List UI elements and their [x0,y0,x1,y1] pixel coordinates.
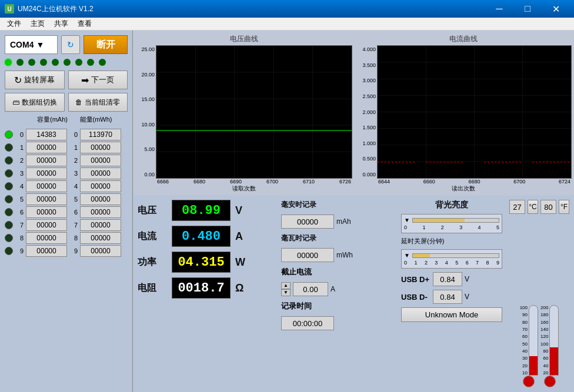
measure-panel: 电压 08.99 V 电流 0.480 A 功率 [135,197,276,390]
menu-share[interactable]: 共享 [49,18,73,30]
current-chart-area [377,45,572,179]
resistance-unit: Ω [235,282,243,294]
dropdown-icon: ▼ [36,40,44,49]
com-port-select[interactable]: COM4 ▼ [5,35,58,54]
menu-file[interactable]: 文件 [2,18,26,30]
thermometers: 100 90 80 70 60 50 40 30 20 10 [509,216,569,387]
energy-input-6[interactable] [80,206,121,218]
menu-home[interactable]: 主页 [26,18,49,30]
left-panel: COM4 ▼ ↻ 断开 ↻ 旋转屏幕 ➡ 下一页 [0,31,133,392]
cap-input-5[interactable] [26,193,67,205]
energy-input-7[interactable] [80,219,121,231]
power-value: 04.315 [178,255,224,270]
unknown-mode-button[interactable]: Unknown Mode [401,307,502,322]
usb-dm-value: 0.84 [433,290,462,304]
data-row: 9 9 [5,245,128,257]
cutoff-down-button[interactable]: ▼ [281,289,291,296]
cutoff-up-button[interactable]: ▲ [281,282,291,289]
next-page-button[interactable]: ➡ 下一页 [68,71,128,89]
voltage-display: 08.99 [172,200,231,221]
rotate-icon: ↻ [14,75,22,86]
backlight-slider[interactable] [412,218,499,223]
cap-input-9[interactable] [26,245,67,257]
action-row: 🗃 数据组切换 🗑 当前组清零 [5,93,128,112]
cap-input-4[interactable] [26,180,67,192]
power-unit: W [235,256,245,269]
record-panel: 毫安时记录 mAh 毫瓦时记录 mWh 截止电流 ▲ [279,197,396,390]
row-num2-5: 5 [69,196,78,203]
current-unit: A [235,230,243,243]
current-label: 电流 [138,230,167,243]
cap-input-3[interactable] [26,167,67,179]
usb-dp-value: 0.84 [433,272,462,286]
current-value: 0.480 [182,229,221,244]
delay-down-icon: ▼ [404,252,410,259]
clear-icon: 🗑 [75,98,82,106]
fahrenheit-unit-button[interactable]: °F [559,200,569,214]
usb-dm-row: USB D- 0.84 V [401,290,502,304]
energy-input-2[interactable] [80,155,121,166]
dot-4 [52,59,59,66]
row-num2-8: 8 [69,234,78,242]
cap-input-2[interactable] [26,155,67,166]
cap-input-0[interactable] [26,129,67,140]
data-row: 8 8 [5,232,128,244]
energy-input-3[interactable] [80,167,121,179]
mah-input[interactable] [281,215,334,229]
resistance-display: 0018.7 [172,277,231,299]
voltage-chart-area [156,45,352,179]
delay-slider-labels: 0 1 2 3 4 5 6 7 8 9 [404,260,499,266]
temp-controls: 27 °C 80 °F [509,200,569,214]
com-port-value: COM4 [10,40,34,49]
delay-slider[interactable] [412,253,499,258]
rotate-screen-button[interactable]: ↻ 旋转屏幕 [5,71,65,89]
time-input[interactable] [281,316,334,330]
energy-input-4[interactable] [80,180,121,192]
row-num-2: 2 [15,157,24,164]
energy-input-8[interactable] [80,232,121,244]
backlight-slider-labels: 0 1 2 3 4 5 [404,225,499,230]
data-row: 2 2 [5,155,128,166]
cutoff-spinner[interactable]: ▲ ▼ [281,282,291,296]
row-dot-8 [5,234,13,242]
window-controls[interactable]: ─ □ ✕ [486,0,569,18]
row-num-4: 4 [15,183,24,190]
row-num2-4: 4 [69,183,78,190]
next-icon: ➡ [81,75,89,86]
energy-input-1[interactable] [80,142,121,153]
cap-input-6[interactable] [26,206,67,218]
clear-group-button[interactable]: 🗑 当前组清零 [68,93,128,112]
resistance-label: 电阻 [138,282,167,294]
cap-input-7[interactable] [26,219,67,231]
delay-label: 延时关屏(分钟) [401,237,502,246]
cap-input-8[interactable] [26,232,67,244]
voltage-chart-container: 电压曲线 25.00 20.00 15.00 10.00 5.00 0.00 [135,33,352,193]
mwh-input[interactable] [281,248,334,262]
switch-group-button[interactable]: 🗃 数据组切换 [5,93,65,112]
cap-input-1[interactable] [26,142,67,153]
temperature-panel: 27 °C 80 °F 100 90 80 70 [507,197,572,390]
data-row: 1 1 [5,142,128,153]
refresh-button[interactable]: ↻ [61,35,80,54]
dot-0 [5,59,12,66]
data-row: 7 7 [5,219,128,231]
row-num2-9: 9 [69,247,78,254]
rotate-label: 旋转屏幕 [24,75,55,85]
data-table: 0 0 1 1 2 2 3 3 4 4 5 5 6 6 [5,129,128,387]
energy-input-9[interactable] [80,245,121,257]
energy-input-0[interactable] [80,129,121,140]
minimize-button[interactable]: ─ [486,0,513,18]
close-button[interactable]: ✕ [542,0,569,18]
title-bar-left: U UM24C上位机软件 V1.2 [5,4,94,14]
energy-input-5[interactable] [80,193,121,205]
backlight-slider-container: ▼ 0 1 2 3 4 5 [401,214,502,233]
disconnect-button[interactable]: 断开 [84,35,128,54]
menu-view[interactable]: 查看 [73,18,96,30]
row-num-9: 9 [15,247,24,254]
backlight-down-icon: ▼ [404,217,410,223]
db-icon: 🗃 [12,98,19,106]
app-icon: U [5,4,14,14]
celsius-unit-button[interactable]: °C [528,200,538,214]
bottom-panel: 电压 08.99 V 电流 0.480 A 功率 [133,195,574,392]
maximize-button[interactable]: □ [514,0,541,18]
